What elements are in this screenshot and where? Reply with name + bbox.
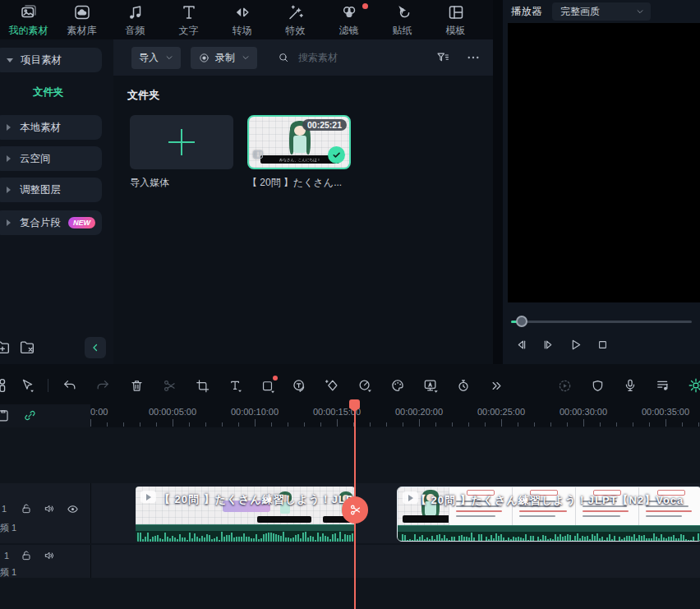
quality-dropdown[interactable]: 完整画质 bbox=[552, 2, 651, 21]
top-navigation: 我的素材 素材库 音频 文字 转场 bbox=[0, 0, 493, 39]
track-mute-button[interactable] bbox=[41, 501, 58, 516]
link-icon[interactable] bbox=[22, 408, 38, 423]
track-lock-button[interactable] bbox=[18, 501, 35, 516]
video-clip-thumbnail[interactable]: 00:25:21 みなさん、こんにちは！ bbox=[247, 115, 351, 169]
stop-button[interactable] bbox=[594, 335, 610, 353]
music-note-icon bbox=[126, 2, 145, 22]
pointer-icon bbox=[19, 377, 35, 394]
sidebar-item-project-materials[interactable]: 项目素材 bbox=[0, 48, 102, 72]
delete-folder-icon bbox=[18, 339, 36, 357]
split-button[interactable] bbox=[160, 376, 178, 395]
speech-to-text-button[interactable] bbox=[290, 376, 308, 395]
text-tool-button[interactable] bbox=[226, 376, 244, 395]
record-button[interactable]: 录制 bbox=[191, 47, 257, 69]
keyframe-button[interactable] bbox=[323, 376, 341, 395]
timer-button[interactable] bbox=[454, 376, 472, 395]
audio-mixer-button[interactable] bbox=[654, 376, 672, 395]
folder-section-title: 文件夹 bbox=[127, 88, 159, 103]
search-input[interactable] bbox=[297, 51, 420, 64]
scissors-icon bbox=[348, 503, 362, 517]
track-mute-button[interactable] bbox=[41, 548, 58, 563]
tab-stock-media[interactable]: 素材库 bbox=[55, 0, 108, 39]
media-tool-button[interactable] bbox=[0, 376, 10, 395]
tab-my-media[interactable]: 我的素材 bbox=[2, 0, 55, 39]
redo-button[interactable] bbox=[94, 376, 112, 395]
timeline-section: 00:00:00 00:00:05:00 00:00:10:00 00:00:1… bbox=[0, 364, 700, 609]
split-at-playhead-button[interactable] bbox=[342, 496, 368, 524]
sidebar-item-folder[interactable]: 文件夹 bbox=[33, 85, 64, 99]
sidebar-item-cloud[interactable]: 云空间 bbox=[0, 146, 102, 171]
film-icon bbox=[251, 148, 265, 161]
media-sidebar: 项目素材 文件夹 本地素材 云空间 调整图层 复合片段 NEW bbox=[0, 39, 113, 364]
import-button[interactable]: 导入 bbox=[131, 47, 181, 69]
slider-handle[interactable] bbox=[516, 316, 527, 327]
delete-button[interactable] bbox=[127, 376, 145, 395]
nav-label: 音频 bbox=[126, 24, 145, 38]
preview-seek-slider[interactable] bbox=[511, 316, 692, 327]
trash-icon bbox=[129, 378, 145, 394]
render-preview-button[interactable] bbox=[555, 376, 573, 395]
speed-button[interactable] bbox=[356, 376, 374, 395]
more-options-icon[interactable] bbox=[465, 50, 481, 65]
speaker-icon bbox=[43, 502, 56, 515]
notification-dot bbox=[273, 376, 278, 381]
tab-stickers[interactable]: 贴纸 bbox=[375, 0, 429, 39]
color-button[interactable] bbox=[389, 376, 407, 395]
tab-effects[interactable]: 特效 bbox=[269, 0, 322, 39]
marker-button[interactable] bbox=[588, 376, 606, 395]
check-icon bbox=[331, 150, 342, 160]
add-folder-button[interactable] bbox=[0, 339, 12, 357]
timeline-clip-2[interactable]: 【 20問 】たくさん練習しよう！JLPT【N2】Voca bbox=[397, 487, 700, 542]
track-number: 1 bbox=[4, 551, 9, 561]
toolbar-divider bbox=[48, 379, 48, 392]
mask-tool-button[interactable] bbox=[259, 376, 277, 395]
effects-plugin-button[interactable] bbox=[687, 376, 700, 395]
double-chevron-right-icon bbox=[489, 378, 504, 394]
previous-frame-button[interactable] bbox=[513, 335, 529, 353]
redo-icon bbox=[94, 377, 111, 394]
more-tools-button[interactable] bbox=[487, 376, 505, 395]
timeline-clip-1[interactable]: 【 20問 】たくさん練習しよう！JLPT【 bbox=[136, 487, 355, 542]
ruler-label: 00:00:30:00 bbox=[560, 407, 607, 417]
tab-audio[interactable]: 音频 bbox=[108, 0, 162, 39]
tab-text[interactable]: 文字 bbox=[162, 0, 215, 39]
ruler-label: 00:00:10:00 bbox=[231, 407, 279, 417]
track-lock-button[interactable] bbox=[18, 548, 35, 563]
shield-icon bbox=[590, 378, 606, 394]
track-hide-button[interactable] bbox=[64, 501, 81, 516]
delete-folder-button[interactable] bbox=[18, 339, 36, 357]
voiceover-button[interactable] bbox=[621, 376, 639, 395]
search-icon bbox=[277, 51, 290, 64]
pointer-tool-button[interactable] bbox=[18, 376, 36, 395]
template-icon bbox=[446, 2, 466, 22]
tab-templates[interactable]: 模板 bbox=[429, 0, 482, 39]
video-preview[interactable] bbox=[508, 23, 700, 302]
sidebar-item-label: 调整图层 bbox=[20, 183, 61, 197]
speed-icon bbox=[357, 377, 373, 394]
tab-filters[interactable]: 滤镜 bbox=[322, 0, 375, 39]
chroma-key-button[interactable] bbox=[421, 376, 440, 395]
tab-transition[interactable]: 转场 bbox=[215, 0, 269, 39]
selected-check-badge bbox=[328, 146, 345, 164]
ruler-label: 00:00:05:00 bbox=[149, 407, 196, 417]
play-button[interactable] bbox=[567, 335, 583, 353]
sidebar-item-local-media[interactable]: 本地素材 bbox=[0, 115, 102, 140]
audio-track-lane[interactable]: 1 频 1 bbox=[0, 545, 700, 578]
sidebar-item-compound-clip[interactable]: 复合片段 NEW bbox=[0, 210, 102, 235]
undo-button[interactable] bbox=[61, 376, 79, 395]
player-panel: 播放器 完整画质 bbox=[503, 0, 700, 364]
clip-waveform bbox=[398, 532, 700, 542]
next-frame-button[interactable] bbox=[540, 335, 556, 353]
clipboard-icon[interactable] bbox=[0, 408, 11, 423]
import-media-card[interactable] bbox=[130, 115, 233, 169]
clip-title-overlay: 【 20問 】たくさん練習しよう！JLPT【N2】Voca bbox=[416, 493, 684, 508]
collapse-panel-button[interactable] bbox=[85, 337, 106, 358]
filter-icon[interactable] bbox=[435, 50, 450, 65]
new-badge: NEW bbox=[68, 217, 95, 228]
clip-audio-bar bbox=[136, 524, 355, 531]
crop-button[interactable] bbox=[193, 376, 211, 395]
timeline-ruler[interactable]: 00:00:00 00:00:05:00 00:00:10:00 00:00:1… bbox=[90, 404, 700, 427]
slider-track bbox=[511, 321, 692, 323]
sidebar-item-adjustment-layer[interactable]: 调整图层 bbox=[0, 178, 102, 202]
notification-dot bbox=[362, 3, 368, 9]
